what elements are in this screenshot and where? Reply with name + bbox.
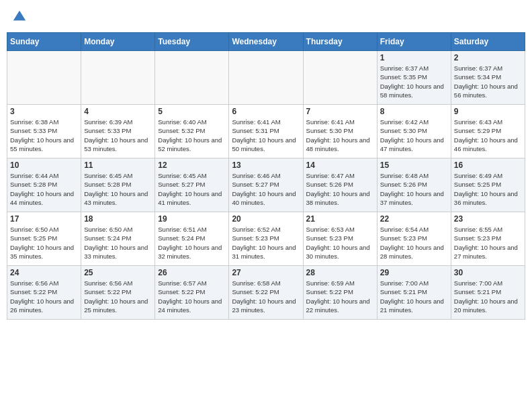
day-info: Sunrise: 6:59 AM Sunset: 5:22 PM Dayligh…	[306, 279, 374, 314]
day-number: 6	[232, 107, 300, 116]
day-number: 15	[380, 161, 448, 170]
day-number: 29	[380, 268, 448, 277]
calendar-cell: 11Sunrise: 6:45 AM Sunset: 5:28 PM Dayli…	[81, 158, 155, 212]
day-number: 16	[454, 161, 522, 170]
calendar-cell: 28Sunrise: 6:59 AM Sunset: 5:22 PM Dayli…	[303, 266, 377, 320]
day-info: Sunrise: 6:45 AM Sunset: 5:27 PM Dayligh…	[158, 171, 226, 207]
day-number: 3	[10, 107, 78, 116]
calendar-cell: 17Sunrise: 6:50 AM Sunset: 5:25 PM Dayli…	[7, 212, 81, 266]
day-number: 18	[84, 214, 152, 224]
weekday-header-wednesday: Wednesday	[229, 33, 303, 51]
calendar-cell: 5Sunrise: 6:40 AM Sunset: 5:32 PM Daylig…	[155, 105, 229, 158]
calendar-cell: 7Sunrise: 6:41 AM Sunset: 5:30 PM Daylig…	[303, 105, 377, 158]
calendar-cell: 12Sunrise: 6:45 AM Sunset: 5:27 PM Dayli…	[155, 158, 229, 212]
day-info: Sunrise: 6:54 AM Sunset: 5:23 PM Dayligh…	[380, 225, 448, 261]
calendar-cell: 19Sunrise: 6:51 AM Sunset: 5:24 PM Dayli…	[155, 212, 229, 266]
calendar-week-5: 24Sunrise: 6:56 AM Sunset: 5:22 PM Dayli…	[7, 266, 525, 320]
calendar-week-4: 17Sunrise: 6:50 AM Sunset: 5:25 PM Dayli…	[7, 212, 525, 266]
day-number: 2	[454, 53, 522, 62]
day-number: 11	[84, 161, 152, 170]
weekday-header-friday: Friday	[377, 33, 451, 51]
day-info: Sunrise: 6:50 AM Sunset: 5:25 PM Dayligh…	[10, 225, 78, 261]
day-info: Sunrise: 6:53 AM Sunset: 5:23 PM Dayligh…	[306, 225, 374, 261]
calendar-cell: 14Sunrise: 6:47 AM Sunset: 5:26 PM Dayli…	[303, 158, 377, 212]
calendar-cell: 22Sunrise: 6:54 AM Sunset: 5:23 PM Dayli…	[377, 212, 451, 266]
day-number: 13	[232, 161, 300, 170]
calendar-cell: 25Sunrise: 6:56 AM Sunset: 5:22 PM Dayli…	[81, 266, 155, 320]
day-number: 20	[232, 214, 300, 224]
calendar-cell: 26Sunrise: 6:57 AM Sunset: 5:22 PM Dayli…	[155, 266, 229, 320]
calendar-cell: 1Sunrise: 6:37 AM Sunset: 5:35 PM Daylig…	[377, 51, 451, 105]
calendar-cell: 18Sunrise: 6:50 AM Sunset: 5:24 PM Dayli…	[81, 212, 155, 266]
weekday-header-sunday: Sunday	[7, 33, 81, 51]
day-info: Sunrise: 6:39 AM Sunset: 5:33 PM Dayligh…	[84, 118, 152, 153]
day-number: 22	[380, 214, 448, 224]
day-info: Sunrise: 6:45 AM Sunset: 5:28 PM Dayligh…	[84, 171, 152, 207]
day-number: 28	[306, 268, 374, 277]
day-info: Sunrise: 6:37 AM Sunset: 5:35 PM Dayligh…	[380, 64, 448, 99]
day-info: Sunrise: 7:00 AM Sunset: 5:21 PM Dayligh…	[380, 279, 448, 314]
day-info: Sunrise: 6:43 AM Sunset: 5:29 PM Dayligh…	[454, 118, 522, 153]
calendar-cell: 23Sunrise: 6:55 AM Sunset: 5:23 PM Dayli…	[451, 212, 525, 266]
day-info: Sunrise: 6:56 AM Sunset: 5:22 PM Dayligh…	[10, 279, 78, 314]
day-info: Sunrise: 6:38 AM Sunset: 5:33 PM Dayligh…	[10, 118, 78, 153]
day-number: 14	[306, 161, 374, 170]
calendar-cell: 15Sunrise: 6:48 AM Sunset: 5:26 PM Dayli…	[377, 158, 451, 212]
day-info: Sunrise: 6:47 AM Sunset: 5:26 PM Dayligh…	[306, 171, 374, 207]
day-number: 25	[84, 268, 152, 277]
day-number: 5	[158, 107, 226, 116]
calendar-cell: 21Sunrise: 6:53 AM Sunset: 5:23 PM Dayli…	[303, 212, 377, 266]
day-info: Sunrise: 6:50 AM Sunset: 5:24 PM Dayligh…	[84, 225, 152, 261]
calendar-cell: 8Sunrise: 6:42 AM Sunset: 5:30 PM Daylig…	[377, 105, 451, 158]
day-info: Sunrise: 6:51 AM Sunset: 5:24 PM Dayligh…	[158, 225, 226, 261]
weekday-header-thursday: Thursday	[303, 33, 377, 51]
calendar-cell: 20Sunrise: 6:52 AM Sunset: 5:23 PM Dayli…	[229, 212, 303, 266]
calendar-cell: 9Sunrise: 6:43 AM Sunset: 5:29 PM Daylig…	[451, 105, 525, 158]
day-number: 1	[380, 53, 448, 62]
day-number: 4	[84, 107, 152, 116]
day-number: 23	[454, 214, 522, 224]
day-number: 17	[10, 214, 78, 224]
calendar-cell	[155, 51, 229, 105]
weekday-header-row: SundayMondayTuesdayWednesdayThursdayFrid…	[7, 33, 525, 51]
calendar-cell: 2Sunrise: 6:37 AM Sunset: 5:34 PM Daylig…	[451, 51, 525, 105]
calendar-cell: 13Sunrise: 6:46 AM Sunset: 5:27 PM Dayli…	[229, 158, 303, 212]
day-number: 30	[454, 268, 522, 277]
day-info: Sunrise: 6:44 AM Sunset: 5:28 PM Dayligh…	[10, 171, 78, 207]
calendar-cell	[7, 51, 81, 105]
day-info: Sunrise: 6:56 AM Sunset: 5:22 PM Dayligh…	[84, 279, 152, 314]
calendar-cell: 6Sunrise: 6:41 AM Sunset: 5:31 PM Daylig…	[229, 105, 303, 158]
day-number: 21	[306, 214, 374, 224]
calendar-week-3: 10Sunrise: 6:44 AM Sunset: 5:28 PM Dayli…	[7, 158, 525, 212]
day-info: Sunrise: 7:00 AM Sunset: 5:21 PM Dayligh…	[454, 279, 522, 314]
day-info: Sunrise: 6:58 AM Sunset: 5:22 PM Dayligh…	[232, 279, 300, 314]
day-info: Sunrise: 6:41 AM Sunset: 5:31 PM Dayligh…	[232, 118, 300, 153]
day-info: Sunrise: 6:48 AM Sunset: 5:26 PM Dayligh…	[380, 171, 448, 207]
day-number: 9	[454, 107, 522, 116]
day-number: 27	[232, 268, 300, 277]
day-info: Sunrise: 6:37 AM Sunset: 5:34 PM Dayligh…	[454, 64, 522, 99]
weekday-header-saturday: Saturday	[451, 33, 525, 51]
calendar-table: SundayMondayTuesdayWednesdayThursdayFrid…	[7, 32, 525, 320]
calendar-cell: 16Sunrise: 6:49 AM Sunset: 5:25 PM Dayli…	[451, 158, 525, 212]
calendar-week-2: 3Sunrise: 6:38 AM Sunset: 5:33 PM Daylig…	[7, 105, 525, 158]
day-number: 26	[158, 268, 226, 277]
weekday-header-monday: Monday	[81, 33, 155, 51]
day-info: Sunrise: 6:40 AM Sunset: 5:32 PM Dayligh…	[158, 118, 226, 153]
calendar-week-1: 1Sunrise: 6:37 AM Sunset: 5:35 PM Daylig…	[7, 51, 525, 105]
day-info: Sunrise: 6:57 AM Sunset: 5:22 PM Dayligh…	[158, 279, 226, 314]
day-info: Sunrise: 6:49 AM Sunset: 5:25 PM Dayligh…	[454, 171, 522, 207]
calendar-cell: 3Sunrise: 6:38 AM Sunset: 5:33 PM Daylig…	[7, 105, 81, 158]
weekday-header-tuesday: Tuesday	[155, 33, 229, 51]
day-number: 7	[306, 107, 374, 116]
day-number: 19	[158, 214, 226, 224]
calendar-cell: 24Sunrise: 6:56 AM Sunset: 5:22 PM Dayli…	[7, 266, 81, 320]
page-header	[7, 7, 525, 27]
day-info: Sunrise: 6:42 AM Sunset: 5:30 PM Dayligh…	[380, 118, 448, 153]
day-number: 10	[10, 161, 78, 170]
calendar-cell: 29Sunrise: 7:00 AM Sunset: 5:21 PM Dayli…	[377, 266, 451, 320]
calendar-cell: 4Sunrise: 6:39 AM Sunset: 5:33 PM Daylig…	[81, 105, 155, 158]
day-number: 24	[10, 268, 78, 277]
day-info: Sunrise: 6:55 AM Sunset: 5:23 PM Dayligh…	[454, 225, 522, 261]
calendar-cell: 30Sunrise: 7:00 AM Sunset: 5:21 PM Dayli…	[451, 266, 525, 320]
